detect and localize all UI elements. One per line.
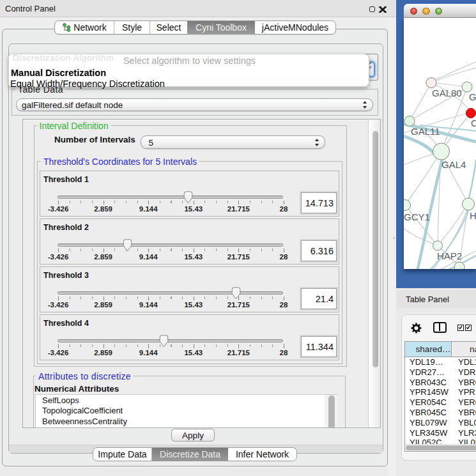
svg-text:GCY1: GCY1: [404, 211, 430, 222]
svg-text:C: C: [471, 118, 476, 128]
svg-text:GAL11: GAL11: [411, 126, 440, 137]
svg-text:G.: G.: [469, 91, 476, 102]
svg-text:H: H: [470, 210, 476, 221]
svg-text:GAL80: GAL80: [432, 88, 462, 98]
svg-text:HAP2: HAP2: [437, 250, 462, 261]
svg-text:GAL4: GAL4: [441, 159, 466, 170]
